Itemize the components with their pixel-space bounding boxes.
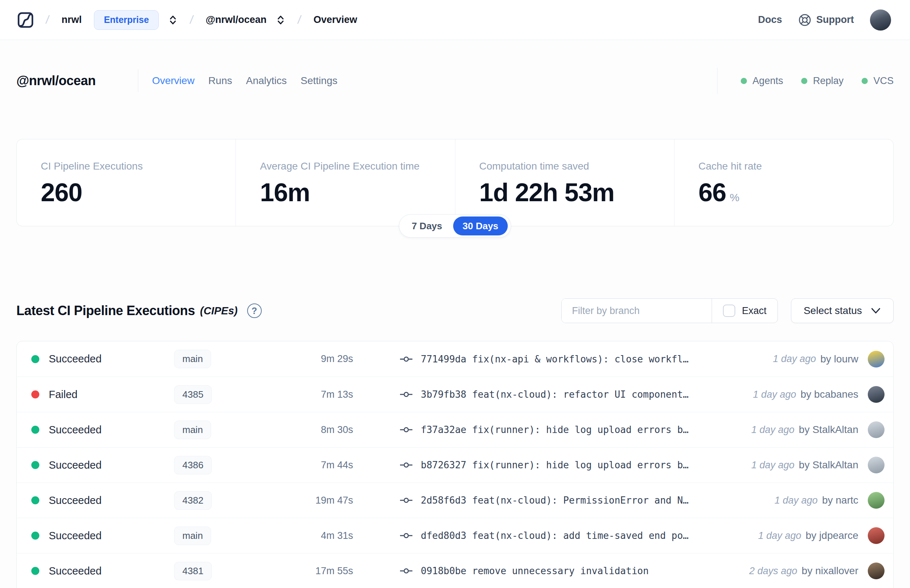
table-row[interactable]: Succeededmain4m 31sdfed80d3 feat(nx-clou… [17,518,893,553]
status-cell: Succeeded [31,459,174,471]
git-commit-icon [400,567,413,575]
workspace-header: @nrwl/ocean OverviewRunsAnalyticsSetting… [16,68,894,94]
org-selector-icon[interactable] [168,15,178,25]
meta-cell: 1 day agoby lourw [773,351,884,367]
status-cell: Succeeded [31,353,174,365]
branch-cell: main [174,350,266,368]
indicator-label: Replay [813,75,844,87]
time-ago-label: 1 day ago [758,530,802,541]
author-avatar [868,351,884,367]
branch-cell: main [174,527,266,545]
status-label: Succeeded [49,459,102,471]
git-commit-icon [400,531,413,540]
time-ago-label: 1 day ago [751,460,795,471]
stat-card: Average CI Pipeline Execution time16m [236,139,455,226]
commit-cell: 3b79fb38 feat(nx-cloud): refactor UI com… [400,389,739,400]
workspace-name[interactable]: @nrwl/ocean [206,14,267,26]
commit-message: 771499da fix(nx-api & workflows): close … [421,354,689,365]
exact-checkbox[interactable] [723,305,735,317]
status-label: Succeeded [49,565,102,577]
tab-settings[interactable]: Settings [301,75,338,87]
commit-cell: b8726327 fix(runner): hide log upload er… [400,460,737,470]
git-commit-icon [400,391,413,399]
connection-indicators: AgentsReplayVCS [717,68,894,94]
branch-badge: main [174,421,211,439]
stat-label: CI Pipeline Executions [41,160,221,172]
status-label: Succeeded [49,530,102,542]
indicator-vcs[interactable]: VCS [862,75,894,87]
status-cell: Succeeded [31,424,174,436]
tab-runs[interactable]: Runs [208,75,232,87]
time-ago-label: 2 days ago [749,565,797,577]
commit-message: f37a32ae fix(runner): hide log upload er… [421,424,689,435]
time-ago-label: 1 day ago [773,353,816,365]
green-dot-icon [862,78,868,84]
status-label: Failed [49,389,78,401]
status-cell: Succeeded [31,494,174,507]
time-ago-label: 1 day ago [753,389,797,400]
workspace-tabs: OverviewRunsAnalyticsSettings [152,75,338,87]
org-name[interactable]: nrwl [61,14,82,26]
workspace-selector-icon[interactable] [276,15,285,25]
page-title: @nrwl/ocean [16,73,96,89]
stat-card: CI Pipeline Executions260 [17,139,236,226]
stat-value: 66% [698,178,879,207]
status-cell: Succeeded [31,565,174,577]
time-ago-label: 1 day ago [751,424,795,436]
stats-cards: CI Pipeline Executions260Average CI Pipe… [16,139,894,226]
status-dot [31,355,39,363]
range-toggle: 7 Days30 Days [399,214,511,237]
table-row[interactable]: Succeededmain9m 29s771499da fix(nx-api &… [17,341,893,376]
commit-cell: 0918b0be remove unnecessary invalidation [400,565,735,577]
table-row[interactable]: Succeeded438219m 47s2d58f6d3 feat(nx-clo… [17,483,893,518]
toggle-option-30-days[interactable]: 30 Days [453,216,508,236]
stat-card: Cache hit rate66% [674,139,893,226]
table-row[interactable]: Succeeded438117m 55s0918b0be remove unne… [17,553,893,588]
branch-filter-input[interactable] [562,299,712,323]
author-avatar [868,422,884,438]
status-select-button[interactable]: Select status [791,298,894,323]
tab-analytics[interactable]: Analytics [246,75,287,87]
author-label: by nixallover [802,565,858,577]
stat-value: 16m [260,178,440,207]
author-label: by bcabanes [800,389,858,400]
table-row[interactable]: Succeededmain8m 30sf37a32ae fix(runner):… [17,412,893,447]
tab-overview[interactable]: Overview [152,75,195,87]
meta-cell: 1 day agoby StalkAltan [751,422,884,438]
commit-message: 0918b0be remove unnecessary invalidation [421,565,649,577]
cipe-table: Succeededmain9m 29s771499da fix(nx-api &… [16,341,894,588]
stat-value: 260 [41,178,221,207]
duration-label: 7m 44s [266,460,353,471]
breadcrumb-separator: / [189,13,194,27]
top-nav: / nrwl Enterprise / @nrwl/ocean / Overvi… [0,0,910,40]
duration-label: 8m 30s [266,424,353,436]
green-dot-icon [741,78,747,84]
support-label: Support [816,14,854,26]
breadcrumb-separator: / [45,13,50,27]
toggle-option-7-days[interactable]: 7 Days [402,216,452,236]
author-label: by jdpearce [805,530,858,541]
user-avatar[interactable] [870,10,891,31]
stat-value: 1d 22h 53m [479,178,659,207]
meta-cell: 1 day agoby StalkAltan [751,457,884,473]
nx-cloud-logo-icon[interactable] [18,12,34,28]
enterprise-badge: Enterprise [94,10,159,30]
help-icon[interactable]: ? [247,304,262,318]
docs-link[interactable]: Docs [758,14,782,26]
exact-label[interactable]: Exact [742,305,766,317]
stat-label: Average CI Pipeline Execution time [260,160,440,172]
branch-cell: 4382 [174,491,266,510]
status-dot [31,496,39,504]
support-link[interactable]: Support [798,13,854,27]
table-row[interactable]: Failed43857m 13s3b79fb38 feat(nx-cloud):… [17,376,893,412]
duration-label: 19m 47s [266,495,353,506]
stat-label: Computation time saved [479,160,659,172]
indicator-agents[interactable]: Agents [741,75,783,87]
branch-badge: main [174,527,211,545]
author-avatar [868,386,884,403]
meta-cell: 2 days agoby nixallover [749,562,884,579]
commit-message: dfed80d3 feat(nx-cloud): add time-saved … [421,530,689,541]
table-row[interactable]: Succeeded43867m 44sb8726327 fix(runner):… [17,447,893,483]
meta-cell: 1 day agoby jdpearce [758,527,884,544]
indicator-replay[interactable]: Replay [801,75,844,87]
